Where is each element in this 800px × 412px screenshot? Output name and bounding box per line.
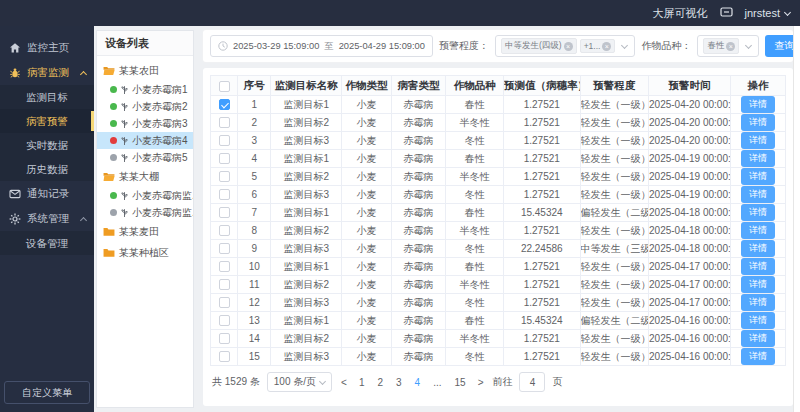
- sidebar-item-home[interactable]: 监控主页: [0, 35, 94, 60]
- pagination: 共 1529 条 100 条/页 < 1 2 3 4 ... 15 > 前往 页: [210, 372, 786, 392]
- tree-item-device[interactable]: 小麦赤霉病监...: [97, 204, 193, 221]
- tree-item-device-selected[interactable]: 小麦赤霉病4: [97, 132, 193, 149]
- warning-level-select[interactable]: 中等发生(四级)× +1...×: [495, 35, 635, 57]
- cell-target: 监测目标3: [271, 186, 342, 204]
- row-checkbox[interactable]: [219, 153, 230, 164]
- cell-variety: 半冬性: [446, 330, 504, 348]
- page-number[interactable]: ...: [430, 377, 444, 388]
- detail-button[interactable]: 详情: [741, 312, 775, 329]
- date-range-picker[interactable]: 2025-03-29 15:09:00 至 2025-04-29 15:09:0…: [210, 35, 433, 57]
- chevron-down-icon: [319, 377, 326, 384]
- date-start-value[interactable]: 2025-03-29 15:09:00: [233, 41, 319, 51]
- sidebar-item-notify[interactable]: 通知记录: [0, 181, 94, 206]
- sidebar-item-system[interactable]: 系统管理: [0, 206, 94, 231]
- tree-group-farm[interactable]: 某某农田: [97, 60, 193, 81]
- tree-item-device[interactable]: 小麦赤霉病5: [97, 149, 193, 166]
- tree-group-wheatfield[interactable]: 某某麦田: [97, 221, 193, 242]
- row-checkbox[interactable]: [219, 225, 230, 236]
- prev-page-button[interactable]: <: [339, 377, 349, 388]
- tag-close-icon[interactable]: ×: [564, 42, 573, 51]
- tree-item-device[interactable]: 小麦赤霉病1: [97, 81, 193, 98]
- row-checkbox[interactable]: [219, 279, 230, 290]
- tree-group-plantation[interactable]: 某某种植区: [97, 242, 193, 263]
- detail-button[interactable]: 详情: [741, 204, 775, 221]
- row-checkbox[interactable]: [219, 243, 230, 254]
- row-checkbox[interactable]: [219, 117, 230, 128]
- detail-button[interactable]: 详情: [741, 276, 775, 293]
- page-number[interactable]: 4: [412, 377, 424, 388]
- custom-menu-button[interactable]: 自定义菜单: [4, 381, 90, 404]
- cell-index: 11: [238, 276, 271, 294]
- sidebar-item-device-manage[interactable]: 设备管理: [0, 231, 94, 255]
- cell-index: 6: [238, 186, 271, 204]
- detail-button[interactable]: 详情: [741, 186, 775, 203]
- page-number[interactable]: 2: [374, 377, 386, 388]
- tag-close-icon[interactable]: ×: [726, 42, 735, 51]
- page-number[interactable]: 3: [393, 377, 405, 388]
- detail-button[interactable]: 详情: [741, 240, 775, 257]
- variety-select[interactable]: 春性×: [697, 35, 759, 57]
- tree-group-greenhouse[interactable]: 某某大棚: [97, 166, 193, 187]
- detail-button[interactable]: 详情: [741, 96, 775, 113]
- cell-target: 监测目标3: [271, 132, 342, 150]
- sidebar-item-history-data[interactable]: 历史数据: [0, 157, 94, 181]
- search-button[interactable]: 查询: [765, 35, 793, 57]
- tree-item-device[interactable]: 小麦赤霉病监...: [97, 187, 193, 204]
- cell-target: 监测目标1: [271, 258, 342, 276]
- cell-variety: 半冬性: [446, 276, 504, 294]
- col-index: 序号: [238, 76, 271, 96]
- filter-bar: 2025-03-29 15:09:00 至 2025-04-29 15:09:0…: [203, 30, 793, 62]
- detail-button[interactable]: 详情: [741, 222, 775, 239]
- tree-item-device[interactable]: 小麦赤霉病2: [97, 98, 193, 115]
- cell-level: 中等发生（三级）: [580, 240, 648, 258]
- cell-crop: 小麦: [342, 132, 391, 150]
- detail-button[interactable]: 详情: [741, 258, 775, 275]
- detail-button[interactable]: 详情: [741, 132, 775, 149]
- row-checkbox[interactable]: [219, 135, 230, 146]
- sidebar-item-monitor-target[interactable]: 监测目标: [0, 85, 94, 109]
- page-number[interactable]: 15: [452, 377, 469, 388]
- detail-button[interactable]: 详情: [741, 294, 775, 311]
- table-row: 10监测目标1小麦赤霉病春性1.27521轻发生（一级）2025-04-17 0…: [211, 258, 786, 276]
- select-all-checkbox[interactable]: [219, 81, 230, 92]
- sidebar-item-disease-warning[interactable]: 病害预警: [0, 109, 94, 133]
- scrollbar[interactable]: [793, 26, 800, 412]
- status-dot: [110, 137, 117, 144]
- cell-level: 轻发生（一级）: [580, 132, 648, 150]
- sidebar-item-realtime-data[interactable]: 实时数据: [0, 133, 94, 157]
- cell-target: 监测目标1: [271, 204, 342, 222]
- detail-button[interactable]: 详情: [741, 348, 775, 365]
- row-checkbox[interactable]: [219, 315, 230, 326]
- row-checkbox[interactable]: [219, 333, 230, 344]
- goto-page-input[interactable]: [519, 372, 545, 392]
- message-icon[interactable]: [720, 7, 733, 20]
- detail-button[interactable]: 详情: [741, 150, 775, 167]
- tree-item-device[interactable]: 小麦赤霉病3: [97, 115, 193, 132]
- row-checkbox[interactable]: [219, 99, 230, 110]
- cell-level: 轻发生（一级）: [580, 114, 648, 132]
- row-checkbox[interactable]: [219, 171, 230, 182]
- cell-index: 4: [238, 150, 271, 168]
- tag-close-icon[interactable]: ×: [602, 42, 611, 51]
- next-page-button[interactable]: >: [476, 377, 486, 388]
- detail-button[interactable]: 详情: [741, 114, 775, 131]
- date-end-value[interactable]: 2025-04-29 15:09:00: [339, 41, 425, 51]
- row-checkbox[interactable]: [219, 297, 230, 308]
- cell-level: 轻发生（一级）: [580, 348, 648, 366]
- page-number[interactable]: 1: [356, 377, 368, 388]
- cell-time: 2025-04-17 00:00:00: [649, 294, 731, 312]
- user-menu[interactable]: jnrstest: [745, 7, 790, 19]
- page-size-select[interactable]: 100 条/页: [267, 372, 332, 392]
- sidebar-item-disease-monitor[interactable]: 病害监测: [0, 60, 94, 85]
- big-screen-link[interactable]: 大屏可视化: [653, 6, 708, 21]
- row-checkbox[interactable]: [219, 189, 230, 200]
- plant-icon: [120, 102, 129, 112]
- row-checkbox[interactable]: [219, 351, 230, 362]
- cell-level: 轻发生（一级）: [580, 330, 648, 348]
- cell-disease: 赤霉病: [391, 276, 446, 294]
- col-target: 监测目标名称: [271, 76, 342, 96]
- row-checkbox[interactable]: [219, 261, 230, 272]
- detail-button[interactable]: 详情: [741, 168, 775, 185]
- row-checkbox[interactable]: [219, 207, 230, 218]
- detail-button[interactable]: 详情: [741, 330, 775, 347]
